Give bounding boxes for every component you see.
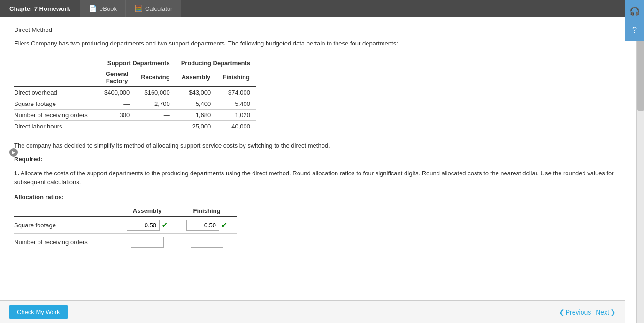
col-receiving: Receiving bbox=[135, 68, 175, 87]
alloc-col-finishing: Finishing bbox=[177, 205, 237, 217]
cell-gf: — bbox=[99, 120, 135, 132]
expand-arrow[interactable]: ► bbox=[9, 148, 18, 157]
alloc-cell-fin-sf: ✓ bbox=[177, 217, 237, 234]
section-title: Direct Method bbox=[14, 26, 622, 33]
navigation-buttons: ❮ Previous Next ❯ bbox=[559, 308, 616, 316]
side-icon-panel: 🎧 ? bbox=[625, 0, 644, 41]
producing-dept-header: Producing Departments bbox=[176, 58, 256, 68]
chevron-left-icon: ❮ bbox=[559, 308, 565, 316]
row-label: Direct labor hours bbox=[14, 120, 99, 132]
row-label: Square footage bbox=[14, 98, 99, 109]
content-wrapper: ► Direct Method Eilers Company has two p… bbox=[14, 26, 622, 278]
cell-asm: 1,680 bbox=[176, 109, 217, 120]
cell-fin: $74,000 bbox=[216, 87, 256, 98]
ebook-icon: 📄 bbox=[89, 5, 97, 12]
intro-text: Eilers Company has two producing departm… bbox=[14, 39, 622, 48]
tab-ebook[interactable]: 📄 eBook bbox=[80, 0, 125, 17]
alloc-row-label: Square footage bbox=[14, 217, 117, 234]
cell-asm: 5,400 bbox=[176, 98, 217, 109]
bottom-bar: Check My Work ❮ Previous Next ❯ bbox=[0, 300, 625, 323]
allocation-ratios-section: Allocation ratios: Assembly Finishing Sq… bbox=[14, 194, 622, 250]
check-finishing-sf: ✓ bbox=[221, 221, 227, 230]
alloc-col-assembly: Assembly bbox=[117, 205, 177, 217]
next-button[interactable]: Next ❯ bbox=[596, 308, 616, 316]
calculator-icon: 🧮 bbox=[134, 5, 142, 12]
alloc-cell-asm-sf: ✓ bbox=[117, 217, 177, 234]
alloc-row-receiving-orders: Number of receiving orders bbox=[14, 233, 237, 250]
row-label: Number of receiving orders bbox=[14, 109, 99, 120]
body-text-1: The company has decided to simplify its … bbox=[14, 141, 622, 150]
tab-calculator[interactable]: 🧮 Calculator bbox=[125, 0, 181, 17]
cell-fin: 40,000 bbox=[216, 120, 256, 132]
alloc-cell-asm-ro bbox=[117, 233, 177, 250]
table-row: Number of receiving orders 300 — 1,680 1… bbox=[14, 109, 256, 120]
allocation-ratios-title: Allocation ratios: bbox=[14, 194, 622, 201]
input-assembly-receiving-orders[interactable] bbox=[131, 237, 164, 248]
help-button[interactable]: ? bbox=[626, 22, 643, 38]
scrollbar[interactable] bbox=[636, 17, 644, 323]
check-my-work-button[interactable]: Check My Work bbox=[9, 305, 68, 319]
chevron-right-icon: ❯ bbox=[610, 308, 616, 316]
content-area: ► Direct Method Eilers Company has two p… bbox=[0, 17, 636, 323]
instruction-1: 1. Allocate the costs of the support dep… bbox=[14, 169, 622, 187]
input-finishing-square-footage[interactable] bbox=[186, 220, 219, 231]
check-assembly-sf: ✓ bbox=[161, 221, 168, 230]
cell-rec: 2,700 bbox=[135, 98, 175, 109]
alloc-row-label: Number of receiving orders bbox=[14, 233, 117, 250]
alloc-cell-fin-ro bbox=[177, 233, 237, 250]
col-finishing: Finishing bbox=[216, 68, 256, 87]
table-row: Direct labor hours — — 25,000 40,000 bbox=[14, 120, 256, 132]
cell-asm: 25,000 bbox=[176, 120, 217, 132]
col-general-factory: GeneralFactory bbox=[99, 68, 135, 87]
cell-rec: — bbox=[135, 120, 175, 132]
row-label: Direct overhead bbox=[14, 87, 99, 98]
cell-gf: $400,000 bbox=[99, 87, 135, 98]
input-assembly-square-footage[interactable] bbox=[127, 220, 160, 231]
main-wrapper: ► Direct Method Eilers Company has two p… bbox=[0, 17, 644, 323]
cell-fin: 5,400 bbox=[216, 98, 256, 109]
allocation-table: Assembly Finishing Square footage ✓ bbox=[14, 205, 237, 250]
cell-gf: — bbox=[99, 98, 135, 109]
input-finishing-receiving-orders[interactable] bbox=[191, 237, 223, 248]
alloc-row-square-footage: Square footage ✓ ✓ bbox=[14, 217, 237, 234]
cell-gf: 300 bbox=[99, 109, 135, 120]
cell-asm: $43,000 bbox=[176, 87, 217, 98]
page-title: Chapter 7 Homework bbox=[0, 0, 80, 17]
col-assembly: Assembly bbox=[176, 68, 217, 87]
cell-fin: 1,020 bbox=[216, 109, 256, 120]
department-table: Support Departments Producing Department… bbox=[14, 58, 256, 132]
cell-rec: $160,000 bbox=[135, 87, 175, 98]
table-row: Square footage — 2,700 5,400 5,400 bbox=[14, 98, 256, 109]
previous-button[interactable]: ❮ Previous bbox=[559, 308, 591, 316]
table-row: Direct overhead $400,000 $160,000 $43,00… bbox=[14, 87, 256, 98]
top-navigation: Chapter 7 Homework 📄 eBook 🧮 Calculator bbox=[0, 0, 644, 17]
support-dept-header: Support Departments bbox=[99, 58, 176, 68]
cell-rec: — bbox=[135, 109, 175, 120]
required-label: Required: bbox=[14, 155, 622, 164]
headset-button[interactable]: 🎧 bbox=[626, 3, 643, 20]
